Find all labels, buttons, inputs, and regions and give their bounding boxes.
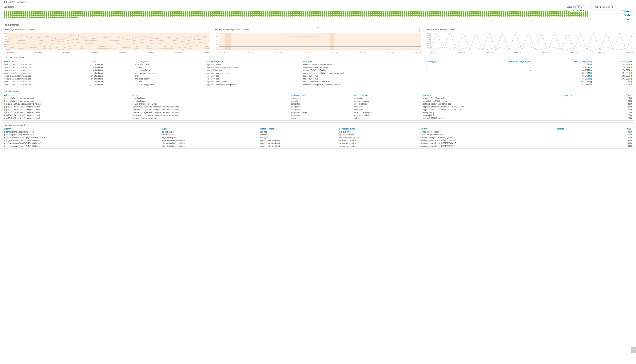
container-dot[interactable] [202, 13, 203, 15]
container-dot[interactable] [97, 11, 99, 13]
container-dot[interactable] [474, 15, 476, 16]
table-row[interactable]: control-plane-1.ocp.vmware.localjon-k8s-… [2, 80, 634, 83]
container-dot[interactable] [486, 13, 487, 15]
container-dot[interactable] [448, 11, 449, 13]
container-dot[interactable] [322, 11, 324, 13]
container-dot[interactable] [209, 15, 211, 16]
container-dot[interactable] [522, 11, 523, 13]
table-row[interactable]: edge-workload-0-md-0-7b48fd8846-dhplf ed… [2, 139, 634, 142]
container-dot[interactable] [432, 13, 434, 15]
container-dot[interactable] [322, 15, 324, 16]
table-row[interactable]: control-plane-2.ocp.vmware.local jon-k8s… [2, 100, 634, 102]
container-dot[interactable] [198, 11, 200, 13]
container-dot[interactable] [76, 15, 78, 16]
container-dot[interactable] [543, 11, 544, 13]
container-dot[interactable] [223, 13, 225, 15]
container-dot[interactable] [133, 11, 135, 13]
container-dot[interactable] [402, 15, 403, 16]
container-dot[interactable] [13, 15, 15, 16]
container-dot[interactable] [65, 11, 67, 13]
container-dot[interactable] [31, 17, 32, 18]
container-dot[interactable] [194, 11, 196, 13]
container-dot[interactable] [183, 11, 184, 13]
container-dot[interactable] [402, 11, 403, 13]
container-dot[interactable] [109, 11, 110, 13]
container-dot[interactable] [67, 13, 68, 15]
container-dot[interactable] [219, 11, 221, 13]
container-dot[interactable] [419, 11, 421, 13]
container-dot[interactable] [335, 13, 337, 15]
container-dot[interactable] [164, 13, 165, 15]
container-dot[interactable] [546, 11, 548, 13]
container-dot[interactable] [200, 15, 202, 16]
container-dot[interactable] [386, 11, 388, 13]
container-dot[interactable] [156, 11, 158, 13]
container-dot[interactable] [291, 15, 293, 16]
container-dot[interactable] [318, 13, 320, 15]
container-dot[interactable] [207, 15, 209, 16]
container-dot[interactable] [36, 11, 38, 13]
container-dot[interactable] [70, 17, 72, 18]
container-dot[interactable] [221, 13, 223, 15]
container-dot[interactable] [328, 15, 329, 16]
kobj-link-nodes[interactable]: Nodes [593, 13, 634, 17]
container-dot[interactable] [107, 13, 108, 15]
container-dot[interactable] [345, 13, 346, 15]
container-dot[interactable] [72, 15, 74, 16]
container-dot[interactable] [128, 11, 129, 13]
container-dot[interactable] [571, 13, 573, 15]
container-dot[interactable] [53, 15, 55, 16]
container-dot[interactable] [373, 15, 375, 16]
container-dot[interactable] [139, 15, 141, 16]
container-dot[interactable] [405, 11, 407, 13]
container-dot[interactable] [573, 15, 575, 16]
container-dot[interactable] [444, 11, 445, 13]
container-dot[interactable] [270, 11, 272, 13]
container-dot[interactable] [198, 13, 200, 15]
container-dot[interactable] [516, 15, 518, 16]
container-dot[interactable] [539, 13, 541, 15]
container-dot[interactable] [409, 15, 411, 16]
container-dot[interactable] [324, 11, 325, 13]
container-dot[interactable] [250, 15, 251, 16]
container-dot[interactable] [293, 13, 295, 15]
container-dot[interactable] [392, 15, 394, 16]
container-dot[interactable] [46, 11, 47, 13]
container-dot[interactable] [86, 11, 87, 13]
container-dot[interactable] [358, 15, 360, 16]
container-dot[interactable] [438, 11, 440, 13]
container-dot[interactable] [263, 15, 265, 16]
container-dot[interactable] [72, 11, 74, 13]
container-dot[interactable] [419, 15, 421, 16]
container-dot[interactable] [339, 13, 341, 15]
container-dot[interactable] [560, 11, 562, 13]
container-dot[interactable] [333, 15, 335, 16]
container-dot[interactable] [510, 11, 512, 13]
container-dot[interactable] [38, 11, 40, 13]
container-dot[interactable] [63, 17, 65, 18]
container-dot[interactable] [329, 13, 331, 15]
container-dot[interactable] [167, 13, 169, 15]
container-dot[interactable] [348, 11, 350, 13]
kebab-menu-icon[interactable]: ⋮ [586, 6, 589, 8]
container-dot[interactable] [440, 15, 442, 16]
container-dot[interactable] [185, 11, 186, 13]
container-dot[interactable] [586, 13, 588, 15]
container-dot[interactable] [185, 15, 186, 16]
container-dot[interactable] [169, 13, 171, 15]
container-dot[interactable] [23, 17, 25, 18]
container-dot[interactable] [526, 11, 527, 13]
container-dot[interactable] [236, 13, 238, 15]
container-dot[interactable] [455, 11, 457, 13]
container-dot[interactable] [331, 13, 333, 15]
container-dot[interactable] [166, 11, 167, 13]
container-dot[interactable] [427, 13, 428, 15]
container-dot[interactable] [57, 11, 59, 13]
container-dot[interactable] [280, 15, 282, 16]
container-dot[interactable] [369, 15, 371, 16]
chart-plot[interactable] [7, 33, 209, 50]
container-dot[interactable] [78, 13, 80, 15]
container-dot[interactable] [80, 13, 82, 15]
container-dot[interactable] [543, 15, 544, 16]
container-dot[interactable] [469, 13, 470, 15]
